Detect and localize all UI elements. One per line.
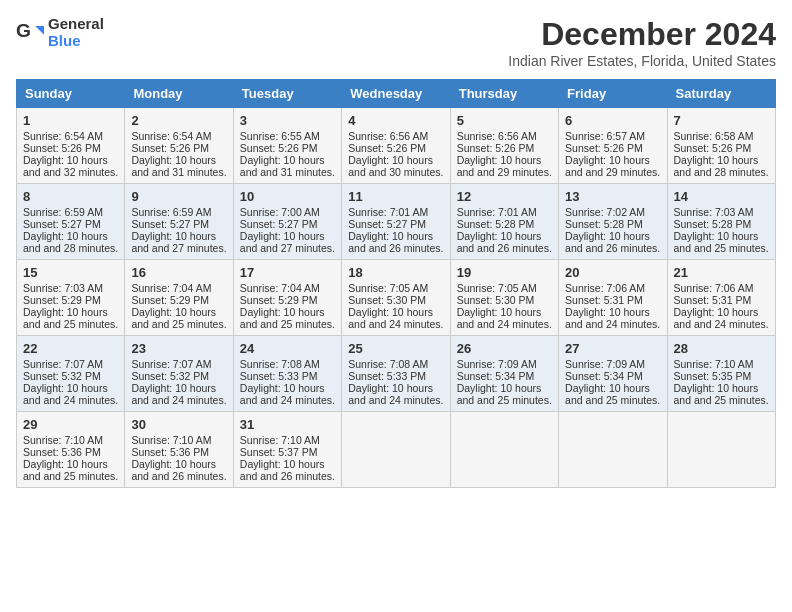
cell-info: Sunset: 5:26 PM (565, 142, 660, 154)
daylight-value: and and 24 minutes. (23, 394, 118, 406)
calendar-table: SundayMondayTuesdayWednesdayThursdayFrid… (16, 79, 776, 488)
cell-info: Sunrise: 7:07 AM (131, 358, 226, 370)
cell-info: Sunset: 5:27 PM (240, 218, 335, 230)
day-number: 7 (674, 113, 769, 128)
calendar-week-row: 1Sunrise: 6:54 AMSunset: 5:26 PMDaylight… (17, 108, 776, 184)
cell-info: Sunrise: 6:55 AM (240, 130, 335, 142)
column-header-wednesday: Wednesday (342, 80, 450, 108)
day-number: 25 (348, 341, 443, 356)
cell-info: Sunrise: 6:58 AM (674, 130, 769, 142)
daylight-value: and and 24 minutes. (131, 394, 226, 406)
cell-info: Sunrise: 7:01 AM (348, 206, 443, 218)
daylight-value: and and 26 minutes. (348, 242, 443, 254)
calendar-cell: 7Sunrise: 6:58 AMSunset: 5:26 PMDaylight… (667, 108, 775, 184)
cell-info: Sunrise: 7:00 AM (240, 206, 335, 218)
calendar-cell: 26Sunrise: 7:09 AMSunset: 5:34 PMDayligh… (450, 336, 558, 412)
daylight-label: Daylight: 10 hours (348, 382, 443, 394)
day-number: 3 (240, 113, 335, 128)
daylight-value: and and 25 minutes. (674, 242, 769, 254)
daylight-value: and and 26 minutes. (565, 242, 660, 254)
day-number: 11 (348, 189, 443, 204)
daylight-value: and and 31 minutes. (131, 166, 226, 178)
daylight-label: Daylight: 10 hours (348, 306, 443, 318)
calendar-cell: 9Sunrise: 6:59 AMSunset: 5:27 PMDaylight… (125, 184, 233, 260)
daylight-value: and and 27 minutes. (240, 242, 335, 254)
calendar-cell: 17Sunrise: 7:04 AMSunset: 5:29 PMDayligh… (233, 260, 341, 336)
calendar-cell (667, 412, 775, 488)
cell-info: Sunrise: 7:08 AM (240, 358, 335, 370)
cell-info: Sunrise: 7:03 AM (23, 282, 118, 294)
cell-info: Sunrise: 7:10 AM (674, 358, 769, 370)
cell-info: Sunset: 5:27 PM (348, 218, 443, 230)
cell-info: Sunrise: 7:07 AM (23, 358, 118, 370)
day-number: 10 (240, 189, 335, 204)
cell-info: Sunset: 5:32 PM (23, 370, 118, 382)
calendar-week-row: 15Sunrise: 7:03 AMSunset: 5:29 PMDayligh… (17, 260, 776, 336)
daylight-value: and and 24 minutes. (348, 318, 443, 330)
calendar-cell: 27Sunrise: 7:09 AMSunset: 5:34 PMDayligh… (559, 336, 667, 412)
calendar-cell: 16Sunrise: 7:04 AMSunset: 5:29 PMDayligh… (125, 260, 233, 336)
cell-info: Sunset: 5:29 PM (131, 294, 226, 306)
cell-info: Sunrise: 7:06 AM (674, 282, 769, 294)
logo-text: General Blue (48, 16, 104, 49)
day-number: 13 (565, 189, 660, 204)
day-number: 30 (131, 417, 226, 432)
calendar-cell: 25Sunrise: 7:08 AMSunset: 5:33 PMDayligh… (342, 336, 450, 412)
calendar-cell (559, 412, 667, 488)
logo-general: General (48, 16, 104, 33)
cell-info: Sunset: 5:26 PM (674, 142, 769, 154)
daylight-value: and and 26 minutes. (240, 470, 335, 482)
cell-info: Sunset: 5:36 PM (23, 446, 118, 458)
daylight-label: Daylight: 10 hours (674, 382, 769, 394)
daylight-label: Daylight: 10 hours (565, 382, 660, 394)
day-number: 8 (23, 189, 118, 204)
day-number: 24 (240, 341, 335, 356)
calendar-cell: 24Sunrise: 7:08 AMSunset: 5:33 PMDayligh… (233, 336, 341, 412)
daylight-label: Daylight: 10 hours (23, 230, 118, 242)
cell-info: Sunset: 5:28 PM (674, 218, 769, 230)
cell-info: Sunset: 5:34 PM (565, 370, 660, 382)
calendar-week-row: 22Sunrise: 7:07 AMSunset: 5:32 PMDayligh… (17, 336, 776, 412)
daylight-value: and and 25 minutes. (565, 394, 660, 406)
svg-marker-1 (35, 26, 44, 35)
cell-info: Sunset: 5:29 PM (240, 294, 335, 306)
cell-info: Sunrise: 7:10 AM (240, 434, 335, 446)
daylight-value: and and 24 minutes. (240, 394, 335, 406)
cell-info: Sunrise: 7:02 AM (565, 206, 660, 218)
calendar-header-row: SundayMondayTuesdayWednesdayThursdayFrid… (17, 80, 776, 108)
cell-info: Sunset: 5:27 PM (23, 218, 118, 230)
cell-info: Sunrise: 6:56 AM (348, 130, 443, 142)
day-number: 23 (131, 341, 226, 356)
column-header-friday: Friday (559, 80, 667, 108)
calendar-cell: 20Sunrise: 7:06 AMSunset: 5:31 PMDayligh… (559, 260, 667, 336)
daylight-label: Daylight: 10 hours (674, 154, 769, 166)
cell-info: Sunrise: 6:59 AM (23, 206, 118, 218)
cell-info: Sunset: 5:26 PM (240, 142, 335, 154)
day-number: 9 (131, 189, 226, 204)
cell-info: Sunset: 5:26 PM (131, 142, 226, 154)
day-number: 20 (565, 265, 660, 280)
day-number: 28 (674, 341, 769, 356)
day-number: 26 (457, 341, 552, 356)
cell-info: Sunset: 5:26 PM (457, 142, 552, 154)
daylight-label: Daylight: 10 hours (23, 154, 118, 166)
day-number: 12 (457, 189, 552, 204)
daylight-label: Daylight: 10 hours (457, 306, 552, 318)
cell-info: Sunset: 5:35 PM (674, 370, 769, 382)
cell-info: Sunset: 5:28 PM (565, 218, 660, 230)
cell-info: Sunrise: 7:03 AM (674, 206, 769, 218)
column-header-thursday: Thursday (450, 80, 558, 108)
cell-info: Sunrise: 7:10 AM (131, 434, 226, 446)
daylight-label: Daylight: 10 hours (240, 230, 335, 242)
cell-info: Sunset: 5:27 PM (131, 218, 226, 230)
daylight-label: Daylight: 10 hours (240, 306, 335, 318)
day-number: 21 (674, 265, 769, 280)
daylight-value: and and 24 minutes. (674, 318, 769, 330)
cell-info: Sunrise: 7:01 AM (457, 206, 552, 218)
daylight-value: and and 24 minutes. (457, 318, 552, 330)
cell-info: Sunset: 5:28 PM (457, 218, 552, 230)
cell-info: Sunrise: 6:59 AM (131, 206, 226, 218)
calendar-cell: 28Sunrise: 7:10 AMSunset: 5:35 PMDayligh… (667, 336, 775, 412)
calendar-cell: 8Sunrise: 6:59 AMSunset: 5:27 PMDaylight… (17, 184, 125, 260)
day-number: 29 (23, 417, 118, 432)
